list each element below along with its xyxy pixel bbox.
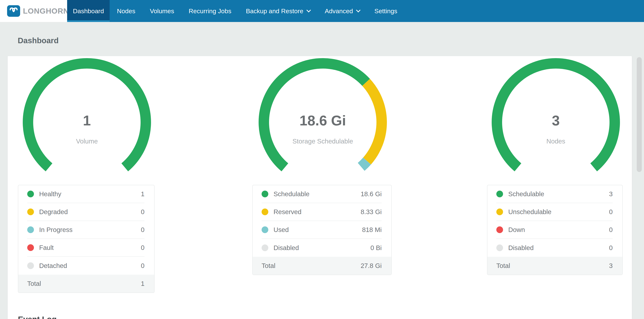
dashboard-card: 1 Volume 18.6 Gi Storage Schedulable 3 N…	[8, 56, 632, 319]
status-dot	[27, 226, 34, 233]
nav-item-settings[interactable]: Settings	[367, 0, 404, 22]
nodes-gauge-chart: 3 Nodes	[485, 51, 627, 193]
status-dot	[262, 191, 268, 197]
nav-item-backup-and-restore[interactable]: Backup and Restore	[239, 0, 318, 22]
legend-row: Down 0	[496, 221, 613, 239]
status-dot	[496, 245, 503, 251]
status-dot	[27, 209, 34, 215]
legend-row: Disabled 0	[496, 239, 613, 257]
scrollbar-thumb[interactable]	[637, 57, 642, 172]
status-dot	[27, 191, 34, 197]
volume-legend-table: Healthy 1 Degraded 0 In Progress 0 Fault…	[18, 185, 154, 293]
event-log-title: Event Log	[18, 315, 57, 319]
legend-row: Used 818 Mi	[262, 221, 382, 239]
legend-total-row: Total 27.8 Gi	[253, 257, 391, 275]
status-dot	[262, 209, 268, 215]
status-dot	[496, 209, 503, 215]
volume-gauge-arc	[16, 51, 158, 193]
legend-row: Disabled 0 Bi	[262, 239, 382, 257]
storage-gauge-arc	[252, 51, 394, 193]
nav-item-label: Dashboard	[73, 7, 104, 15]
legend-row: Unschedulable 0	[496, 203, 613, 221]
legend-row: In Progress 0	[27, 221, 144, 239]
legend-total-row: Total 1	[18, 275, 154, 293]
nav-item-label: Settings	[374, 7, 397, 15]
storage-gauge-chart: 18.6 Gi Storage Schedulable	[252, 51, 394, 193]
page-title: Dashboard	[18, 36, 58, 45]
nav-item-label: Nodes	[117, 7, 135, 15]
nav-item-volumes[interactable]: Volumes	[143, 0, 182, 22]
legend-row: Detached 0	[27, 257, 144, 275]
chevron-down-icon	[356, 8, 360, 12]
nav-item-dashboard[interactable]: Dashboard	[67, 0, 110, 22]
nav-item-label: Backup and Restore	[246, 7, 303, 15]
status-dot	[27, 244, 34, 251]
nav-item-recurring-jobs[interactable]: Recurring Jobs	[182, 0, 239, 22]
nav-tabs: Dashboard Nodes Volumes Recurring Jobs B…	[67, 0, 404, 22]
top-nav: LONGHORN Dashboard Nodes Volumes Recurri…	[0, 0, 644, 22]
status-dot	[496, 226, 503, 233]
status-dot	[262, 226, 268, 233]
volume-gauge-chart: 1 Volume	[16, 51, 158, 193]
legend-row: Schedulable 18.6 Gi	[262, 185, 382, 203]
brand-name: LONGHORN	[23, 7, 69, 15]
legend-row: Reserved 8.33 Gi	[262, 203, 382, 221]
legend-total-row: Total 3	[488, 257, 622, 275]
status-dot	[262, 245, 268, 251]
legend-row: Schedulable 3	[496, 185, 613, 203]
legend-row: Fault 0	[27, 239, 144, 257]
nodes-gauge-arc	[485, 51, 627, 193]
legend-row: Degraded 0	[27, 203, 144, 221]
storage-legend-table: Schedulable 18.6 Gi Reserved 8.33 Gi Use…	[252, 185, 392, 275]
legend-row: Healthy 1	[27, 185, 144, 203]
nav-item-label: Volumes	[150, 7, 174, 15]
longhorn-logo-icon	[7, 5, 20, 17]
nav-item-label: Recurring Jobs	[189, 7, 232, 15]
chevron-down-icon	[306, 8, 311, 12]
status-dot	[496, 191, 503, 197]
nav-item-nodes[interactable]: Nodes	[110, 0, 142, 22]
nodes-legend-table: Schedulable 3 Unschedulable 0 Down 0 Dis…	[487, 185, 623, 275]
nav-item-label: Advanced	[325, 7, 353, 15]
brand[interactable]: LONGHORN	[0, 0, 67, 22]
status-dot	[27, 262, 34, 269]
nav-item-advanced[interactable]: Advanced	[318, 0, 367, 22]
